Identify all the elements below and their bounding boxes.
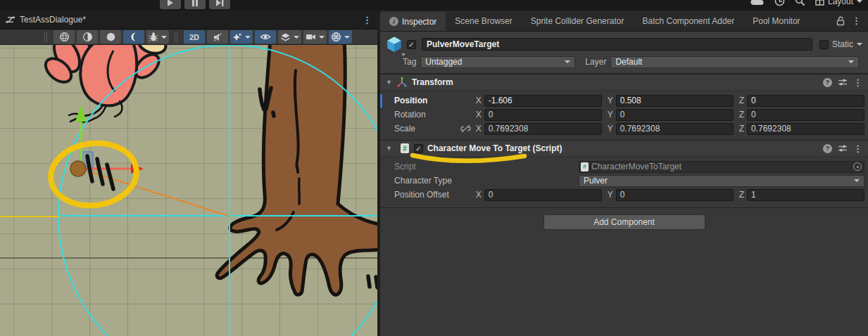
position-z-field[interactable] (747, 95, 864, 107)
help-icon[interactable]: ? (823, 144, 832, 153)
tag-label: Tag (403, 57, 416, 67)
presets-icon[interactable] (838, 145, 847, 152)
main-toolbar: Layout (0, 0, 868, 11)
scale-z-field[interactable] (747, 123, 864, 135)
step-button[interactable] (209, 0, 230, 9)
cloud-icon[interactable] (750, 0, 765, 6)
target-dot[interactable] (70, 161, 86, 176)
tab-scene-browser[interactable]: Scene Browser (446, 11, 521, 31)
effects-caret-icon (245, 36, 251, 39)
y-axis-label: Y (608, 96, 613, 105)
scene-menu-kebab-icon[interactable]: ⋮ (363, 15, 372, 25)
character-type-value: Pulver (584, 176, 608, 186)
tab-inspector[interactable]: i Inspector (380, 12, 446, 31)
layout-dropdown[interactable]: Layout (815, 0, 862, 6)
foldout-icon[interactable]: ▼ (386, 145, 392, 152)
camera-caret-icon (319, 36, 325, 39)
add-component-button[interactable]: Add Component (543, 214, 705, 230)
gameobject-name-field[interactable] (422, 38, 812, 51)
scene-tab-title[interactable]: TestAssDialogue* (20, 15, 86, 25)
position-y-field[interactable] (616, 95, 734, 107)
scale-y-field[interactable] (616, 123, 734, 135)
script-field-label: Script (394, 162, 579, 172)
play-controls (160, 0, 230, 9)
offset-y-field[interactable] (616, 189, 734, 201)
offset-z-field[interactable] (747, 189, 864, 201)
layers-caret-icon (294, 36, 299, 39)
static-caret-icon[interactable] (857, 43, 862, 46)
toolbar-drag-handle[interactable] (175, 32, 180, 42)
layout-label: Layout (828, 0, 853, 6)
inspector-panel: i Inspector Scene Browser Sprite Collide… (377, 11, 868, 336)
unlock-icon[interactable] (836, 16, 845, 26)
script-object-value: CharacterMoveToTarget (591, 162, 681, 172)
gameobject-header: ✓ Static Tag Untagged Layer Default (380, 32, 868, 74)
layers-button[interactable] (278, 30, 301, 44)
gizmo-orientation-button[interactable] (329, 30, 352, 44)
2d-mode-button[interactable]: 2D (184, 30, 205, 44)
character-type-label: Character Type (394, 176, 579, 186)
search-icon[interactable] (795, 0, 805, 6)
object-picker-icon[interactable] (853, 162, 862, 171)
component-kebab-icon[interactable]: ⋮ (853, 78, 862, 87)
scene-visibility-button[interactable] (255, 30, 276, 44)
character-type-caret-icon (854, 179, 860, 182)
shading-wireframe-button[interactable] (54, 30, 75, 44)
offset-x-field[interactable] (484, 189, 602, 201)
bug-caret-icon (161, 36, 167, 39)
presets-icon[interactable] (838, 79, 847, 86)
scale-label-text: Scale (394, 124, 415, 134)
scene-viewport[interactable] (0, 45, 377, 336)
tab-pool-monitor[interactable]: Pool Monitor (743, 11, 809, 31)
transform-header[interactable]: ▼ Transform ? ⋮ (380, 74, 868, 91)
y-axis-label: Y (608, 124, 613, 134)
tree-sprite[interactable] (217, 45, 377, 295)
script-component-header[interactable]: ▼ # ✓ Character Move To Target (Script) … (380, 140, 868, 157)
add-component-area: Add Component (380, 207, 868, 230)
script-object-field[interactable]: # CharacterMoveToTarget (579, 161, 864, 173)
x-axis-label: X (476, 190, 482, 200)
layer-dropdown[interactable]: Default (610, 56, 859, 68)
scale-x-field[interactable] (484, 123, 602, 135)
character-type-row: Character Type Pulver (380, 174, 868, 188)
static-checkbox[interactable] (819, 40, 829, 49)
position-offset-label: Position Offset (394, 190, 476, 200)
gameobject-icon-wrap[interactable] (386, 35, 407, 54)
pause-button[interactable] (184, 0, 206, 9)
active-checkbox[interactable]: ✓ (407, 40, 416, 49)
shading-solid-button[interactable] (100, 30, 121, 44)
audio-mute-button[interactable] (207, 30, 228, 44)
position-x-field[interactable] (484, 95, 602, 107)
tag-dropdown[interactable]: Untagged (420, 56, 575, 68)
shading-shaded-wire-button[interactable] (77, 30, 98, 44)
bird-sprite[interactable] (42, 45, 168, 122)
unlinked-scale-icon[interactable] (460, 124, 471, 133)
help-icon[interactable]: ? (823, 78, 832, 87)
layout-caret-icon (857, 0, 862, 3)
play-button[interactable] (160, 0, 181, 9)
debug-bug-button[interactable] (146, 30, 169, 44)
position-row: Position X Y Z (380, 93, 868, 108)
rotation-x-field[interactable] (484, 109, 602, 121)
script-enabled-checkbox[interactable]: ✓ (414, 144, 423, 153)
effects-button[interactable] (230, 30, 253, 44)
tab-batch-component-adder[interactable]: Batch Component Adder (633, 11, 743, 31)
character-type-dropdown[interactable]: Pulver (579, 175, 864, 187)
x-axis-label: X (476, 124, 482, 134)
tab-sprite-collider-generator[interactable]: Sprite Collider Generator (522, 11, 634, 31)
camera-button[interactable] (303, 30, 327, 44)
history-icon[interactable] (774, 0, 785, 6)
z-axis-label: Z (739, 124, 744, 134)
transform-rows: Position X Y Z Rotation X Y Z Scale (380, 91, 868, 140)
orange-link-line (82, 169, 230, 217)
transform-title: Transform (412, 77, 453, 87)
inspector-kebab-icon[interactable]: ⋮ (852, 16, 861, 25)
static-group[interactable]: Static (819, 39, 862, 49)
toolbar-drag-handle[interactable] (44, 32, 50, 42)
rotation-z-field[interactable] (747, 109, 864, 121)
scene-lighting-button[interactable] (123, 30, 144, 44)
component-kebab-icon[interactable]: ⋮ (853, 144, 862, 153)
half-shaded-sphere-icon (82, 32, 93, 42)
rotation-y-field[interactable] (616, 109, 734, 121)
foldout-icon[interactable]: ▼ (386, 79, 392, 86)
